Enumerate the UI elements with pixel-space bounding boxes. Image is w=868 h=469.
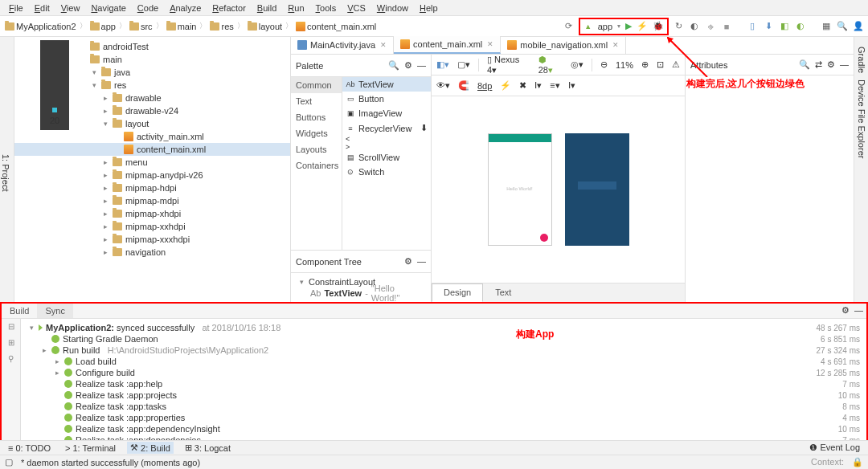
tree-item[interactable]: ▸mipmap-xhdpi (14, 207, 290, 220)
resource-icon[interactable]: ◐ (794, 20, 807, 33)
close-icon[interactable]: ✕ (380, 41, 387, 49)
sdk-icon[interactable]: ⬇ (762, 20, 775, 33)
menu-build[interactable]: Build (252, 2, 282, 14)
apply-icon[interactable]: ⚡ (637, 21, 648, 31)
palette-item[interactable]: < > (342, 136, 431, 150)
menu-analyze[interactable]: Analyze (164, 2, 207, 14)
layout-icon[interactable]: ◧ (778, 20, 791, 33)
bottom-tool-terminal[interactable]: > 1: Terminal (62, 442, 119, 454)
api-selector[interactable]: ⬢ 28▾ (538, 55, 563, 75)
design-surface[interactable]: Hello World! (432, 96, 685, 283)
view-mode-icon[interactable]: ◧▾ (436, 59, 449, 70)
build-log-row[interactable]: Realize task :app:properties4 ms (27, 412, 860, 423)
bottom-tool-build[interactable]: ⚒ 2: Build (127, 442, 174, 454)
structure-icon[interactable]: ▦ (820, 20, 833, 33)
build-log-row[interactable]: Starting Gradle Daemon6 s 851 ms (27, 333, 860, 345)
minimize-icon[interactable]: — (417, 60, 426, 71)
breadcrumb-item[interactable]: MyApplication2 (3, 21, 78, 32)
palette-item[interactable]: AbTextView (342, 77, 431, 92)
build-tab-build[interactable]: Build (2, 304, 37, 318)
stop-icon[interactable]: ■ (720, 20, 733, 33)
event-log[interactable]: ❶ Event Log (806, 442, 863, 454)
magnet-icon[interactable]: 🧲 (458, 80, 469, 91)
palette-item[interactable]: ⊙Switch (342, 165, 431, 179)
minimize-icon[interactable]: — (840, 59, 849, 70)
tree-item[interactable]: ▸navigation (14, 246, 290, 259)
eye-icon[interactable]: 👁▾ (436, 80, 450, 91)
bottom-tool-logcat[interactable]: ⊞ 3: Logcat (182, 442, 234, 454)
editor-tab[interactable]: mobile_navigation.xml✕ (501, 36, 626, 54)
zoom-in-icon[interactable]: ⊕ (641, 59, 649, 70)
palette-item[interactable]: ▣ImageView (342, 106, 431, 120)
menu-view[interactable]: View (55, 2, 86, 14)
palette-category[interactable]: Layouts (291, 141, 342, 157)
editor-tab[interactable]: content_main.xml✕ (394, 36, 501, 54)
gear-icon[interactable]: ⚙ (827, 59, 835, 70)
build-log-row[interactable]: ▾MyApplication2: synced successfully at … (27, 322, 860, 333)
tree-item[interactable]: ▸mipmap-mdpi (14, 194, 290, 207)
breadcrumb-item[interactable]: content_main.xml (294, 21, 378, 32)
menu-window[interactable]: Window (371, 2, 414, 14)
chevron-down-icon[interactable]: ▾ (617, 22, 620, 30)
palette-category[interactable]: Text (291, 93, 342, 109)
build-log-row[interactable]: ▸Load build4 s 691 ms (27, 356, 860, 367)
build-log-row[interactable]: Realize task :app:projects10 ms (27, 389, 860, 401)
close-icon[interactable]: ✕ (612, 41, 619, 49)
palette-item[interactable]: ▭Button (342, 92, 431, 106)
tree-item[interactable]: ▸menu (14, 156, 290, 169)
menu-edit[interactable]: Edit (29, 2, 55, 14)
palette-category[interactable]: Containers (291, 157, 342, 173)
design-tab-design[interactable]: Design (432, 283, 483, 302)
search-icon[interactable]: 🔍 (836, 20, 849, 33)
build-tab-sync[interactable]: Sync (37, 304, 72, 318)
tree-child[interactable]: Ab TextView - "Hello World!" (297, 288, 424, 299)
collapse-icon[interactable]: ⊟ (6, 322, 17, 333)
download-icon[interactable]: ⬇ (420, 123, 428, 133)
clear-icon[interactable]: ✖ (519, 80, 526, 91)
menu-navigate[interactable]: Navigate (85, 2, 131, 14)
profile-icon[interactable]: ◐ (688, 20, 701, 33)
expand-icon[interactable]: ⇄ (815, 59, 822, 70)
tree-item[interactable]: content_main.xml (14, 143, 290, 156)
build-log-row[interactable]: Realize task :app:dependencyInsight10 ms (27, 423, 860, 434)
breadcrumb-item[interactable]: main (165, 21, 199, 32)
gear-icon[interactable]: ⚙ (404, 256, 412, 267)
palette-category[interactable]: Buttons (291, 109, 342, 125)
margin-selector[interactable]: 8dp (477, 81, 492, 91)
lock-icon[interactable]: 🔒 (852, 457, 863, 467)
palette-item[interactable]: ▤ScrollView (342, 150, 431, 165)
align-icon[interactable]: ≡▾ (550, 80, 559, 91)
debug-icon[interactable]: 🐞 (653, 21, 664, 31)
zoom-fit-icon[interactable]: ⊡ (657, 59, 664, 70)
tree-item[interactable]: ▸mipmap-xxxhdpi (14, 233, 290, 246)
close-icon[interactable]: ✕ (487, 40, 493, 48)
device-selector[interactable]: ▯ Nexus 4▾ (487, 55, 530, 75)
run-config-name[interactable]: app (598, 22, 612, 31)
project-tree[interactable]: 20 androidTestmain▾java▾res▸drawable▸dra… (14, 37, 291, 302)
user-icon[interactable]: 👤 (852, 20, 865, 33)
tool-gradle[interactable]: Gradle (856, 43, 867, 76)
breadcrumb-item[interactable]: layout (246, 21, 284, 32)
build-log[interactable]: ▾MyApplication2: synced successfully at … (21, 319, 866, 445)
palette-item[interactable]: ≡RecyclerView⬇ (342, 120, 431, 136)
menu-file[interactable]: File (3, 2, 29, 14)
minimize-icon[interactable]: — (854, 305, 863, 316)
menu-help[interactable]: Help (414, 2, 444, 14)
breadcrumb-item[interactable]: app (88, 21, 117, 32)
search-icon[interactable]: 🔍 (388, 60, 399, 71)
tool-device-file-explorer[interactable]: Device File Explorer (856, 76, 867, 161)
avd-icon[interactable]: ▯ (746, 20, 759, 33)
gear-icon[interactable]: ⚙ (841, 305, 850, 316)
design-tab-text[interactable]: Text (483, 283, 523, 302)
gear-icon[interactable]: ⚙ (404, 60, 412, 71)
palette-category[interactable]: Widgets (291, 125, 342, 141)
infer-icon[interactable]: ⚡ (500, 80, 511, 91)
guideline-icon[interactable]: Ⅰ▾ (568, 80, 575, 91)
attach-icon[interactable]: ⎆ (704, 20, 717, 33)
palette-category[interactable]: Common (291, 77, 342, 93)
build-log-row[interactable]: Realize task :app:tasks8 ms (27, 401, 860, 412)
tree-item[interactable]: activity_main.xml (14, 130, 290, 143)
theme-icon[interactable]: ◎▾ (571, 59, 583, 70)
menu-refactor[interactable]: Refactor (207, 2, 252, 14)
tree-item[interactable]: ▸mipmap-anydpi-v26 (14, 169, 290, 181)
